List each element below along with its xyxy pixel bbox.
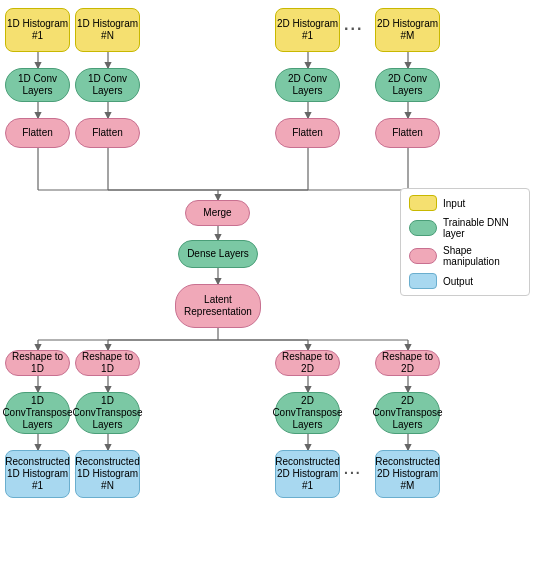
node-reshape2d-m: Reshape to 2D xyxy=(375,350,440,376)
node-flat1-1: Flatten xyxy=(5,118,70,148)
dots-top-2d: ··· xyxy=(344,20,363,38)
node-recon1d-1: Reconstructed1D Histogram#1 xyxy=(5,450,70,498)
node-convt1d-1: 1DConvTransposeLayers xyxy=(5,392,70,434)
node-hist2d-1: 2D Histogram#1 xyxy=(275,8,340,52)
legend-item-trainable: Trainable DNN layer xyxy=(409,217,521,239)
node-merge: Merge xyxy=(185,200,250,226)
legend-item-input: Input xyxy=(409,195,521,211)
legend: Input Trainable DNN layer Shape manipula… xyxy=(400,188,530,296)
node-convt2d-1: 2DConvTransposeLayers xyxy=(275,392,340,434)
node-latent: LatentRepresentation xyxy=(175,284,261,328)
node-hist2d-m: 2D Histogram#M xyxy=(375,8,440,52)
node-hist1d-n: 1D Histogram#N xyxy=(75,8,140,52)
node-hist1d-1: 1D Histogram#1 xyxy=(5,8,70,52)
node-conv1d-1: 1D ConvLayers xyxy=(5,68,70,102)
legend-color-output xyxy=(409,273,437,289)
legend-color-input xyxy=(409,195,437,211)
node-conv2d-1: 2D ConvLayers xyxy=(275,68,340,102)
node-recon2d-1: Reconstructed2D Histogram#1 xyxy=(275,450,340,498)
legend-item-shape: Shape manipulation xyxy=(409,245,521,267)
dots-bottom-2d: ··· xyxy=(344,465,362,481)
legend-item-output: Output xyxy=(409,273,521,289)
node-reshape2d-1: Reshape to 2D xyxy=(275,350,340,376)
legend-color-shape xyxy=(409,248,437,264)
node-convt1d-n: 1DConvTransposeLayers xyxy=(75,392,140,434)
node-flat2-1: Flatten xyxy=(275,118,340,148)
node-flat1-n: Flatten xyxy=(75,118,140,148)
legend-color-trainable xyxy=(409,220,437,236)
diagram: 1D Histogram#1 ··· 1D Histogram#N 2D His… xyxy=(0,0,540,567)
node-conv2d-m: 2D ConvLayers xyxy=(375,68,440,102)
node-dense: Dense Layers xyxy=(178,240,258,268)
node-recon2d-m: Reconstructed2D Histogram#M xyxy=(375,450,440,498)
node-conv1d-n: 1D ConvLayers xyxy=(75,68,140,102)
node-reshape1d-n: Reshape to 1D xyxy=(75,350,140,376)
node-convt2d-m: 2DConvTransposeLayers xyxy=(375,392,440,434)
node-reshape1d-1: Reshape to 1D xyxy=(5,350,70,376)
node-recon1d-n: Reconstructed1D Histogram#N xyxy=(75,450,140,498)
node-flat2-m: Flatten xyxy=(375,118,440,148)
